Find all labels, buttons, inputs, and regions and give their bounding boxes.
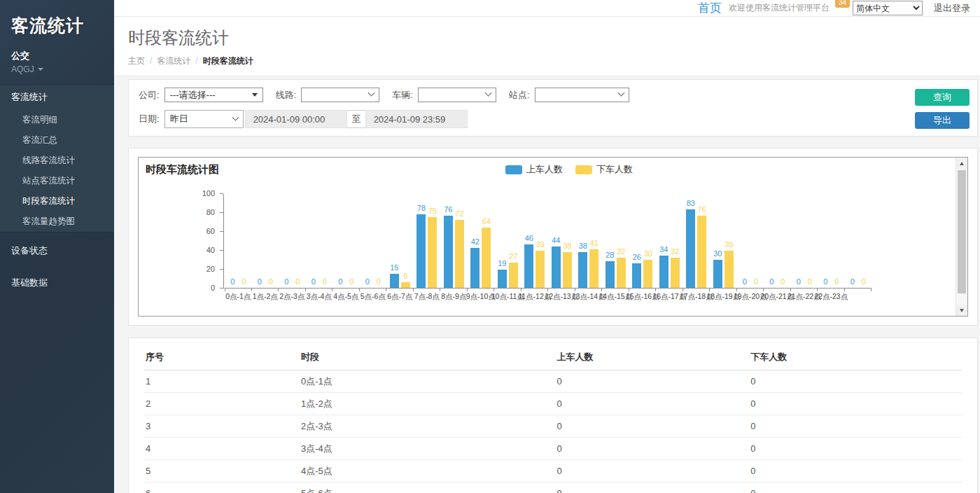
bar-下车人数 [455, 220, 464, 288]
bar-group: 0 [767, 193, 776, 288]
bar-value-label: 0 [743, 277, 747, 286]
x-tick-label: 4点-5点 [333, 292, 358, 302]
sidebar-item-客流量趋势图[interactable]: 客流量趋势图 [0, 211, 114, 232]
table-header-cell: 时段 [300, 345, 556, 370]
bar-下车人数 [482, 228, 491, 288]
sidebar-submenu: 客流明细客流汇总线路客流统计站点客流统计时段客流统计客流量趋势图 [0, 110, 114, 232]
notification-badge[interactable]: 34 [835, 0, 850, 8]
bar-value-label: 0 [769, 277, 774, 286]
bar-group: 75 [428, 193, 437, 288]
table-cell: 2 [144, 393, 300, 415]
date-from-input[interactable]: 2024-01-09 00:00 [245, 110, 347, 128]
table-cell: 3 [144, 415, 300, 438]
line-label: 线路: [276, 89, 297, 102]
scroll-down-icon[interactable] [956, 305, 967, 316]
y-tick-mark [220, 288, 223, 289]
bar-group: 0 [255, 193, 264, 288]
chevron-down-icon [232, 113, 239, 120]
bar-group: 19 [498, 193, 507, 288]
y-tick-mark [220, 250, 223, 251]
company-select[interactable]: ---请选择--- [164, 88, 263, 102]
table-cell: 0 [749, 393, 962, 415]
sidebar-item-时段客流统计[interactable]: 时段客流统计 [0, 191, 114, 211]
bar-上车人数 [686, 209, 695, 288]
vehicle-select[interactable] [418, 88, 496, 102]
table-cell: 0 [555, 482, 749, 493]
bar-下车人数 [617, 258, 626, 288]
bar-group: 27 [509, 193, 518, 288]
table-cell: 0 [749, 482, 962, 493]
bar-group: 0 [282, 193, 291, 288]
table-cell: 4 [144, 438, 300, 460]
station-select[interactable] [535, 88, 629, 102]
bar-value-label: 30 [713, 249, 722, 258]
table-header-cell: 上车人数 [555, 345, 749, 370]
chart-scrollbar[interactable] [955, 158, 967, 316]
bar-value-label: 28 [606, 251, 614, 259]
bar-上车人数 [713, 260, 722, 289]
breadcrumb-home[interactable]: 主页 [128, 56, 145, 66]
legend-item-上车人数[interactable]: 上车人数 [505, 163, 563, 176]
bar-value-label: 27 [509, 252, 517, 261]
bar-value-label: 42 [471, 237, 479, 246]
bar-value-label: 64 [482, 217, 491, 225]
breadcrumb-section[interactable]: 客流统计 [157, 56, 190, 66]
scrollbar-thumb[interactable] [958, 170, 966, 293]
chevron-down-icon [368, 90, 375, 97]
chart-category: 1566点-7点 [386, 193, 414, 288]
chart-category: 76728点-9点 [440, 193, 468, 288]
bar-group: 0 [794, 193, 803, 288]
org-code-dropdown[interactable]: AQGJ [0, 62, 114, 84]
scroll-up-icon[interactable] [956, 158, 967, 169]
date-preset-select[interactable]: 昨日 [164, 110, 244, 128]
bar-value-label: 0 [850, 277, 855, 286]
filter-row-1: 公司: ---请选择--- 线路: 车辆: [139, 88, 967, 102]
chart-category: 002点-3点 [279, 193, 306, 288]
chart-category: 463911点-12点 [522, 193, 549, 288]
y-tick-label: 20 [206, 265, 215, 273]
x-tick-label: 2点-3点 [279, 292, 304, 302]
bar-value-label: 0 [834, 277, 839, 286]
x-tick-label: 8点-9点 [441, 292, 466, 302]
sidebar-item-站点客流统计[interactable]: 站点客流统计 [0, 171, 114, 191]
home-link[interactable]: 首页 [698, 0, 722, 16]
line-select[interactable] [301, 88, 379, 102]
sidebar-item-客流明细[interactable]: 客流明细 [0, 110, 114, 130]
sidebar-item-客流汇总[interactable]: 客流汇总 [0, 130, 114, 151]
sidebar-item-设备状态[interactable]: 设备状态 [0, 237, 114, 265]
bar-下车人数 [428, 217, 437, 288]
date-to-input[interactable]: 2024-01-09 23:59 [365, 110, 468, 128]
chart-category: 0022点-23点 [818, 193, 845, 288]
bar-group: 41 [589, 193, 598, 288]
bar-上车人数 [659, 256, 668, 288]
bar-group: 76 [697, 193, 706, 288]
sidebar-item-基础数据[interactable]: 基础数据 [0, 269, 114, 297]
bar-下车人数 [589, 249, 598, 288]
bar-value-label: 0 [377, 277, 381, 286]
bar-value-label: 34 [659, 245, 668, 254]
page-title: 时段客流统计 [128, 27, 966, 49]
bar-上车人数 [390, 274, 399, 288]
logout-link[interactable]: 退出登录 [934, 2, 970, 15]
main-area: 首页 欢迎使用客流统计管理平台 34 简体中文 退出登录 时段客流统计 主页/客… [114, 0, 980, 493]
vehicle-label: 车辆: [392, 89, 413, 102]
y-tick-label: 60 [206, 227, 215, 235]
bar-group: 30 [713, 193, 722, 288]
export-button[interactable]: 导出 [915, 112, 969, 129]
table-cell: 2点-3点 [300, 415, 556, 438]
table-cell: 0点-1点 [300, 370, 556, 393]
bar-上车人数 [578, 252, 587, 288]
bar-下车人数 [643, 260, 652, 289]
date-preset-value: 昨日 [170, 113, 188, 125]
sidebar-item-线路客流统计[interactable]: 线路客流统计 [0, 151, 114, 171]
bar-value-label: 41 [590, 239, 598, 247]
bar-group: 34 [659, 193, 668, 288]
station-label: 站点: [509, 89, 530, 102]
sidebar-item-客流统计[interactable]: 客流统计 [0, 85, 114, 110]
bar-value-label: 75 [428, 207, 437, 215]
language-select[interactable]: 简体中文 [853, 1, 923, 15]
bar-value-label: 38 [563, 242, 571, 250]
query-button[interactable]: 查询 [915, 89, 969, 106]
table-row: 10点-1点00 [144, 370, 962, 393]
legend-item-下车人数[interactable]: 下车人数 [575, 163, 633, 176]
